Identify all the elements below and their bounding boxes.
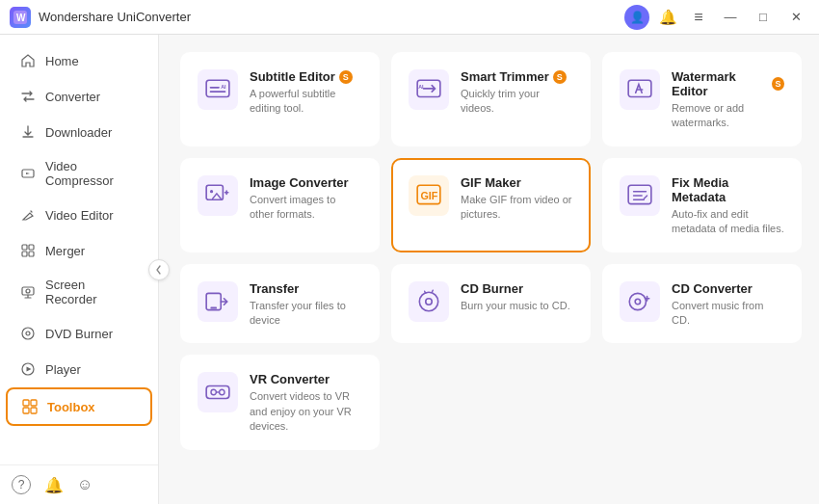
svg-rect-13 [31, 400, 37, 406]
svg-point-32 [629, 293, 646, 309]
cd-burner-title: CD Burner [461, 281, 570, 296]
cd-burner-desc: Burn your music to CD. [461, 299, 570, 313]
sidebar-item-player[interactable]: Player [6, 352, 152, 386]
gif-maker-icon: GIF [409, 175, 449, 216]
sidebar-label-home: Home [45, 54, 79, 68]
svg-rect-7 [22, 287, 34, 295]
app-logo: W [10, 7, 31, 28]
downloader-icon [19, 123, 37, 141]
tool-card-gif-maker[interactable]: GIF GIF Maker Make GIF from video or pic… [391, 158, 591, 252]
sidebar-label-player: Player [45, 362, 81, 377]
fix-media-metadata-icon [620, 175, 660, 216]
collapse-sidebar-button[interactable] [148, 259, 170, 280]
tool-card-cd-converter[interactable]: CD Converter Convert music from CD. [602, 264, 802, 344]
watermark-editor-badge: S [772, 77, 784, 91]
transfer-title: Transfer [250, 281, 362, 296]
sidebar-label-dvd-burner: DVD Burner [45, 327, 113, 341]
screen-recorder-icon [19, 283, 37, 301]
tool-card-transfer[interactable]: Transfer Transfer your files to device [180, 264, 380, 344]
sidebar-label-converter: Converter [45, 90, 100, 104]
svg-rect-12 [23, 400, 29, 406]
tool-card-watermark-editor[interactable]: Watermark Editor S Remove or add waterma… [602, 52, 802, 146]
sidebar-item-converter[interactable]: Converter [6, 79, 152, 114]
cd-converter-desc: Convert music from CD. [672, 299, 784, 329]
svg-rect-5 [22, 252, 27, 256]
image-converter-desc: Convert images to other formats. [250, 193, 362, 223]
image-converter-title: Image Converter [250, 175, 362, 190]
sidebar-label-screen-recorder: Screen Recorder [45, 278, 139, 306]
player-icon [19, 360, 37, 378]
close-button[interactable]: ✕ [782, 7, 809, 28]
sidebar-item-video-editor[interactable]: Video Editor [6, 198, 152, 232]
dvd-burner-icon [19, 325, 37, 342]
sidebar-label-video-compressor: Video Compressor [45, 159, 139, 188]
home-icon [19, 52, 37, 69]
converter-icon [19, 88, 37, 105]
merger-icon [19, 242, 37, 259]
svg-point-34 [211, 390, 216, 395]
app-title: Wondershare UniConverter [39, 10, 624, 24]
svg-text:AI: AI [418, 84, 424, 90]
sidebar-label-toolbox: Toolbox [47, 400, 95, 414]
sidebar-item-downloader[interactable]: Downloader [6, 115, 152, 149]
menu-button[interactable]: ≡ [686, 5, 711, 30]
watermark-editor-title: Watermark Editor S [672, 69, 784, 98]
notification-footer-icon[interactable]: 🔔 [44, 476, 64, 494]
vr-converter-icon [198, 372, 238, 412]
svg-rect-29 [210, 306, 216, 308]
subtitle-editor-badge: S [339, 70, 353, 84]
svg-rect-27 [628, 185, 651, 203]
watermark-editor-icon [620, 69, 660, 110]
smart-trimmer-title: Smart Trimmer S [461, 69, 573, 84]
video-editor-icon [19, 206, 37, 224]
tool-card-vr-converter[interactable]: VR Converter Convert videos to VR and en… [180, 355, 380, 449]
sidebar-item-video-compressor[interactable]: Video Compressor [6, 150, 152, 197]
smart-trimmer-badge: S [553, 70, 567, 84]
sidebar-label-downloader: Downloader [45, 125, 112, 140]
sidebar-item-home[interactable]: Home [6, 43, 152, 78]
subtitle-editor-title: Subtitle Editor S [250, 69, 362, 84]
tool-card-image-converter[interactable]: Image Converter Convert images to other … [180, 158, 380, 252]
sidebar-item-toolbox[interactable]: Toolbox [6, 387, 152, 426]
feedback-icon[interactable]: ☺ [77, 476, 92, 493]
svg-text:GIF: GIF [420, 190, 437, 201]
title-bar: W Wondershare UniConverter 👤 🔔 ≡ — □ ✕ [0, 0, 819, 35]
tool-card-subtitle-editor[interactable]: AI Subtitle Editor S A powerful subtitle… [180, 52, 380, 146]
smart-trimmer-icon: AI [409, 69, 449, 110]
svg-text:AI: AI [221, 84, 226, 90]
maximize-button[interactable]: □ [750, 7, 777, 28]
toolbox-icon [21, 398, 39, 415]
svg-point-31 [426, 298, 432, 304]
transfer-icon [198, 281, 238, 322]
svg-point-30 [419, 292, 437, 310]
minimize-button[interactable]: — [717, 7, 744, 28]
image-converter-icon [198, 175, 238, 216]
svg-rect-15 [31, 408, 37, 413]
fix-media-metadata-desc: Auto-fix and edit metadata of media file… [672, 207, 784, 237]
sidebar-footer: ? 🔔 ☺ [0, 464, 158, 504]
tool-grid: AI Subtitle Editor S A powerful subtitle… [180, 52, 802, 450]
toolbox-content: AI Subtitle Editor S A powerful subtitle… [159, 35, 819, 504]
tool-card-smart-trimmer[interactable]: AI Smart Trimmer S Quickly trim your vid… [391, 52, 591, 146]
cd-converter-title: CD Converter [672, 281, 784, 296]
sidebar-item-merger[interactable]: Merger [6, 233, 152, 268]
svg-point-33 [635, 299, 640, 304]
watermark-editor-desc: Remove or add watermarks. [672, 101, 784, 131]
sidebar: Home Converter Downloader [0, 35, 159, 504]
sidebar-item-screen-recorder[interactable]: Screen Recorder [6, 269, 152, 315]
svg-rect-3 [22, 245, 27, 250]
transfer-desc: Transfer your files to device [250, 299, 362, 329]
help-icon[interactable]: ? [12, 475, 31, 494]
subtitle-editor-icon: AI [198, 69, 238, 110]
svg-rect-14 [23, 408, 29, 413]
svg-point-8 [26, 289, 30, 293]
profile-button[interactable]: 👤 [624, 5, 649, 30]
gif-maker-desc: Make GIF from video or pictures. [461, 193, 573, 223]
tool-card-fix-media-metadata[interactable]: Fix Media Metadata Auto-fix and edit met… [602, 158, 802, 252]
sidebar-item-dvd-burner[interactable]: DVD Burner [6, 316, 152, 351]
tool-card-cd-burner[interactable]: CD Burner Burn your music to CD. [391, 264, 591, 344]
notification-button[interactable]: 🔔 [655, 5, 680, 30]
sidebar-label-video-editor: Video Editor [45, 208, 114, 223]
video-compressor-icon [19, 165, 37, 182]
cd-burner-icon [409, 281, 449, 322]
